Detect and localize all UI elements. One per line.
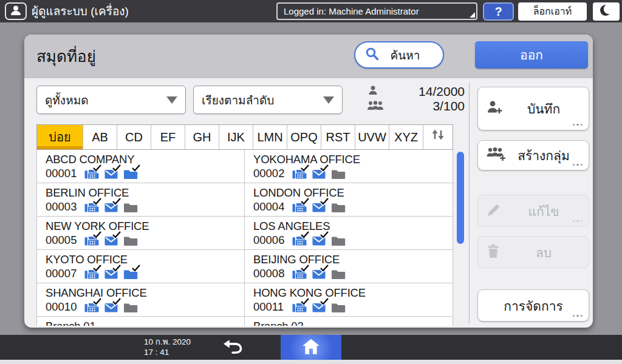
search-icon xyxy=(365,47,380,64)
register-button[interactable]: บันทึก xyxy=(477,87,589,130)
address-entry[interactable]: SHANGHAI OFFICE00010 xyxy=(37,283,245,317)
address-entry[interactable]: KYOTO OFFICE00007 xyxy=(37,250,245,283)
groups-count: 3/100 xyxy=(383,99,465,113)
switch-list-icon xyxy=(430,125,446,149)
top-bar: ผู้ดูแลระบบ (เครื่อง) Logged in: Machine… xyxy=(0,0,622,22)
address-entry[interactable]: NEW YORK OFFICE00005 xyxy=(37,217,245,250)
tab-rst[interactable]: RST xyxy=(321,125,355,149)
email-icon xyxy=(312,235,326,246)
address-book-panel: สมุดที่อยู่ ค้นหา ออก ดูทั้งหมด เรียงตาม… xyxy=(24,35,593,328)
tab-ef[interactable]: EF xyxy=(151,125,185,149)
entry-name: Branch 01 xyxy=(46,320,96,326)
entry-number: 00011 xyxy=(253,300,287,314)
date-text: 10 ก.พ. 2020 xyxy=(144,337,191,347)
logged-in-user-name: ผู้ดูแลระบบ (เครื่อง) xyxy=(32,0,129,22)
address-entry[interactable]: Branch 02... xyxy=(245,317,453,326)
datetime-display: 10 ก.พ. 2020 17 : 41 xyxy=(144,337,191,357)
folder-icon xyxy=(123,302,138,313)
more-dots-icon xyxy=(573,164,583,166)
view-filter-dropdown[interactable]: ดูทั้งหมด xyxy=(36,86,186,114)
help-button[interactable]: ? xyxy=(483,2,514,21)
tab-ijk[interactable]: IJK xyxy=(219,125,253,149)
energy-saver-button[interactable] xyxy=(593,2,620,21)
login-status-text: Logged in: Machine Administrator xyxy=(284,6,419,16)
bottom-bar: 10 ก.พ. 2020 17 : 41 xyxy=(0,335,622,360)
entry-number: 00003 xyxy=(46,200,80,214)
folder-icon xyxy=(123,201,138,213)
entry-number: 00002 xyxy=(253,167,287,180)
fax-icon xyxy=(84,235,99,246)
chevron-down-icon xyxy=(166,96,177,104)
fax-icon xyxy=(292,168,307,180)
fax-icon xyxy=(84,268,99,280)
address-entry[interactable]: ABCD COMPANY00001 xyxy=(37,150,245,183)
email-icon xyxy=(312,268,326,280)
more-dots-icon xyxy=(573,315,583,317)
entry-name: NEW YORK OFFICE xyxy=(46,220,244,233)
tab-xyz[interactable]: XYZ xyxy=(389,125,423,149)
page-title: สมุดที่อยู่ xyxy=(36,35,96,78)
tab-lmn[interactable]: LMN xyxy=(253,125,287,149)
login-status-dropdown[interactable]: Logged in: Machine Administrator xyxy=(276,2,477,20)
time-text: 17 : 41 xyxy=(144,347,191,357)
folder-icon xyxy=(331,235,346,246)
entry-number: 00010 xyxy=(46,300,80,314)
logout-button[interactable]: ล็อกเอาท์ xyxy=(518,2,587,21)
vertical-divider xyxy=(469,83,470,323)
address-entry[interactable]: LOS ANGELES00006 xyxy=(245,217,453,250)
home-button[interactable] xyxy=(281,335,341,360)
address-entry[interactable]: BERLIN OFFICE00003 xyxy=(37,183,245,217)
user-icon xyxy=(10,5,22,18)
entry-name: BEIJING OFFICE xyxy=(253,253,453,266)
address-list: ABCD COMPANY00001YOKOHAMA OFFICE00002BER… xyxy=(36,150,453,326)
exit-button[interactable]: ออก xyxy=(475,41,588,69)
home-icon xyxy=(301,337,321,358)
create-group-button[interactable]: สร้างกลุ่ม xyxy=(477,140,589,170)
entry-name: HONG KONG OFFICE xyxy=(253,286,453,300)
tab-cd[interactable]: CD xyxy=(117,125,151,149)
folder-icon xyxy=(331,302,346,313)
entry-number: 00008 xyxy=(253,267,287,280)
folder-icon xyxy=(331,201,346,213)
user-account-button[interactable] xyxy=(5,2,27,20)
sort-order-value: เรียงตามลำดับ xyxy=(194,91,323,109)
tab-ab[interactable]: AB xyxy=(83,125,117,149)
tab-opq[interactable]: OPQ xyxy=(287,125,321,149)
address-entry[interactable]: HONG KONG OFFICE00011 xyxy=(245,283,453,317)
tab-gh[interactable]: GH xyxy=(185,125,219,149)
scrollbar[interactable] xyxy=(457,152,464,244)
switch-list-button[interactable] xyxy=(423,125,453,149)
entry-number: 00001 xyxy=(46,167,80,180)
tab-frequent[interactable]: บ่อย xyxy=(37,125,83,149)
entry-name: SHANGHAI OFFICE xyxy=(46,286,244,300)
entry-name: ABCD COMPANY xyxy=(46,153,244,166)
address-entry[interactable]: LONDON OFFICE00004 xyxy=(245,183,453,217)
delete-button: ลบ xyxy=(477,236,589,268)
address-entry[interactable]: YOKOHAMA OFFICE00002 xyxy=(245,150,453,183)
sort-order-dropdown[interactable]: เรียงตามลำดับ xyxy=(193,86,343,114)
email-icon xyxy=(312,302,326,313)
dropdown-corner-icon xyxy=(470,12,475,18)
entry-number: 00006 xyxy=(253,234,287,247)
crescent-moon-icon xyxy=(599,3,613,20)
screen-bottom-edge xyxy=(0,360,622,364)
action-label: บันทึก xyxy=(478,99,589,119)
fax-icon xyxy=(292,302,307,313)
group-icon xyxy=(367,100,383,113)
chevron-down-icon xyxy=(323,96,334,104)
back-button[interactable] xyxy=(208,335,257,360)
panel-header: สมุดที่อยู่ ค้นหา ออก xyxy=(24,35,593,78)
edit-button: แก้ไข xyxy=(477,195,589,227)
email-icon xyxy=(104,235,118,246)
folder-icon xyxy=(331,168,346,180)
fax-icon xyxy=(292,201,307,213)
tab-uvw[interactable]: UVW xyxy=(355,125,389,149)
email-icon xyxy=(104,168,118,180)
management-button[interactable]: การจัดการ xyxy=(477,289,589,322)
search-button[interactable]: ค้นหา xyxy=(354,41,444,69)
address-entry[interactable]: BEIJING OFFICE00008 xyxy=(245,250,453,283)
entry-number: 00005 xyxy=(46,234,80,247)
address-entry[interactable]: Branch 01... xyxy=(37,317,245,326)
email-icon xyxy=(104,302,118,313)
search-label: ค้นหา xyxy=(380,46,431,64)
